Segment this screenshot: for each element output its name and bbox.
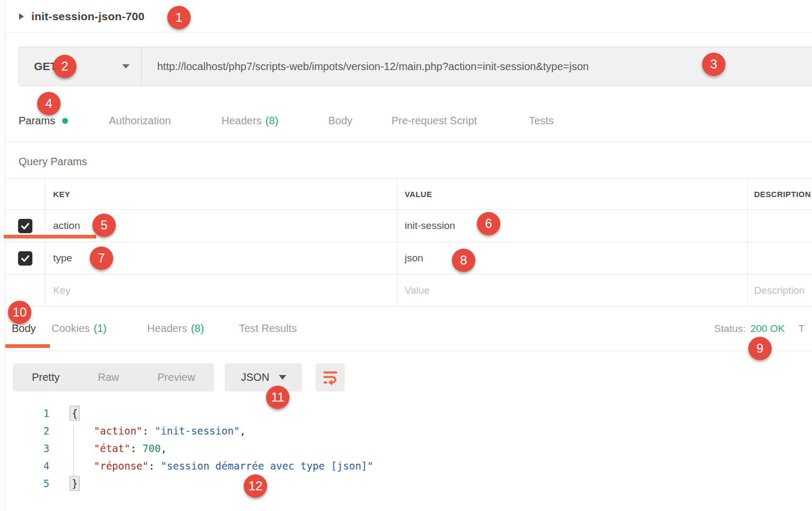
json-number: 700 (142, 442, 160, 454)
param-value-cell[interactable]: json (397, 242, 748, 274)
json-key: "réponse" (94, 460, 149, 472)
param-description-cell[interactable] (748, 210, 812, 242)
annotation-badge: 3 (702, 53, 725, 76)
code-line: 1 { (6, 404, 812, 422)
status-label: Status: (714, 323, 746, 335)
json-key: "état" (94, 442, 131, 454)
tab-body[interactable]: Body (328, 99, 353, 142)
new-value-cell (397, 275, 748, 306)
line-number: 3 (6, 442, 49, 454)
tab-prerequest-label: Pre-request Script (391, 115, 477, 127)
checkbox-column-header (6, 178, 45, 209)
view-mode-switch: Pretty Raw Preview (13, 363, 214, 391)
request-title: init-session-json-700 (31, 10, 144, 23)
annotation-badge: 11 (266, 386, 289, 409)
line-number: 2 (6, 425, 49, 437)
request-title-bar[interactable]: init-session-json-700 (6, 0, 812, 33)
query-params-heading: Query Params (19, 155, 812, 169)
description-column-header: DESCRIPTION (748, 178, 812, 209)
open-brace: { (70, 406, 80, 421)
json-string: "session démarrée avec type [json]" (161, 460, 373, 472)
key-column-header: KEY (45, 178, 397, 209)
new-key-cell (45, 275, 397, 306)
new-value-input[interactable] (405, 285, 730, 296)
annotation-badge: 10 (8, 301, 31, 324)
param-value: json (405, 252, 423, 264)
tab-prerequest-script[interactable]: Pre-request Script (391, 99, 477, 142)
annotation-badge: 2 (53, 55, 76, 78)
resp-tab-test-results[interactable]: Test Results (239, 306, 297, 351)
checkbox-cell (6, 242, 45, 274)
resp-tab-body-label: Body (12, 322, 36, 335)
table-header-row: KEY VALUE DESCRIPTION (6, 178, 812, 210)
annotation-badge: 9 (748, 337, 772, 360)
response-tabs: Body Cookies (1) Headers (8) Test Result… (6, 306, 812, 351)
tab-authorization[interactable]: Authorization (109, 99, 171, 142)
resp-tab-headers[interactable]: Headers (8) (147, 306, 204, 351)
table-row-empty (6, 275, 812, 306)
params-active-dot-icon (62, 118, 68, 124)
response-body-viewer: 1 { 2 "action": "init-session", 3 "état"… (6, 404, 812, 492)
response-toolbar: Pretty Raw Preview JSON (13, 363, 812, 391)
resp-tab-cookies-label: Cookies (52, 322, 90, 335)
annotation-badge: 4 (37, 92, 61, 115)
annotation-badge: 8 (452, 249, 475, 272)
format-dropdown[interactable]: JSON (225, 363, 302, 391)
postman-request-window: init-session-json-700 GET Params Authori (0, 0, 812, 511)
view-preview-button[interactable]: Preview (138, 371, 214, 384)
annotation-badge: 1 (167, 6, 191, 29)
table-row: action init-session (6, 210, 812, 242)
format-label: JSON (241, 371, 269, 384)
param-key: action (53, 220, 80, 232)
collapse-arrow-icon (19, 13, 24, 20)
param-value: init-session (405, 220, 455, 232)
checkbox-cell (6, 275, 45, 306)
param-key: type (53, 252, 72, 264)
resp-tab-headers-label: Headers (147, 322, 187, 335)
view-pretty-button[interactable]: Pretty (13, 371, 79, 384)
tab-tests-label: Tests (529, 115, 554, 127)
tab-headers[interactable]: Headers (8) (221, 99, 278, 142)
tab-params-label: Params (19, 115, 55, 127)
status-value: 200 OK (750, 323, 784, 335)
line-number: 5 (6, 478, 49, 489)
code-line: 3 "état": 700, (6, 439, 812, 457)
tab-tests[interactable]: Tests (529, 99, 554, 142)
query-params-table: KEY VALUE DESCRIPTION action init-sessio… (6, 178, 812, 306)
param-description-cell[interactable] (748, 242, 812, 274)
new-key-input[interactable] (53, 285, 380, 296)
time-label-cut: T (798, 323, 805, 335)
table-row: type json (6, 242, 812, 275)
close-brace: } (70, 476, 80, 491)
resp-tab-cookies[interactable]: Cookies (1) (52, 306, 107, 351)
tab-headers-count: (8) (266, 115, 278, 127)
format-dropdown-caret-icon (279, 375, 286, 380)
active-tab-underline (4, 235, 96, 239)
wrap-text-icon (321, 369, 339, 386)
resp-tab-headers-count: (8) (191, 322, 204, 335)
annotation-badge: 7 (90, 246, 113, 270)
line-number: 1 (6, 407, 49, 419)
json-string: "init-session" (155, 425, 240, 437)
check-icon (20, 220, 31, 232)
tab-headers-label: Headers (221, 115, 262, 127)
wrap-text-button[interactable] (315, 363, 345, 391)
annotation-badge: 5 (92, 214, 116, 237)
url-section: GET (6, 33, 812, 99)
param-checkbox[interactable] (18, 219, 32, 233)
code-line: 5 } (6, 474, 812, 492)
new-description-input[interactable] (754, 285, 809, 296)
value-column-header: VALUE (397, 178, 748, 209)
resp-tab-test-results-label: Test Results (239, 322, 297, 335)
code-line: 4 "réponse": "session démarrée avec type… (6, 457, 812, 474)
method-dropdown[interactable]: GET (19, 47, 141, 86)
param-value-cell[interactable]: init-session (397, 210, 748, 242)
code-line: 2 "action": "init-session", (6, 422, 812, 439)
tab-authorization-label: Authorization (109, 115, 171, 127)
request-tabs: Params Authorization Headers (8) Body Pr… (6, 99, 812, 142)
sidebar-edge (0, 0, 5, 511)
param-checkbox[interactable] (18, 251, 32, 266)
new-description-cell (748, 275, 812, 306)
line-number: 4 (6, 460, 49, 472)
view-raw-button[interactable]: Raw (79, 371, 138, 384)
